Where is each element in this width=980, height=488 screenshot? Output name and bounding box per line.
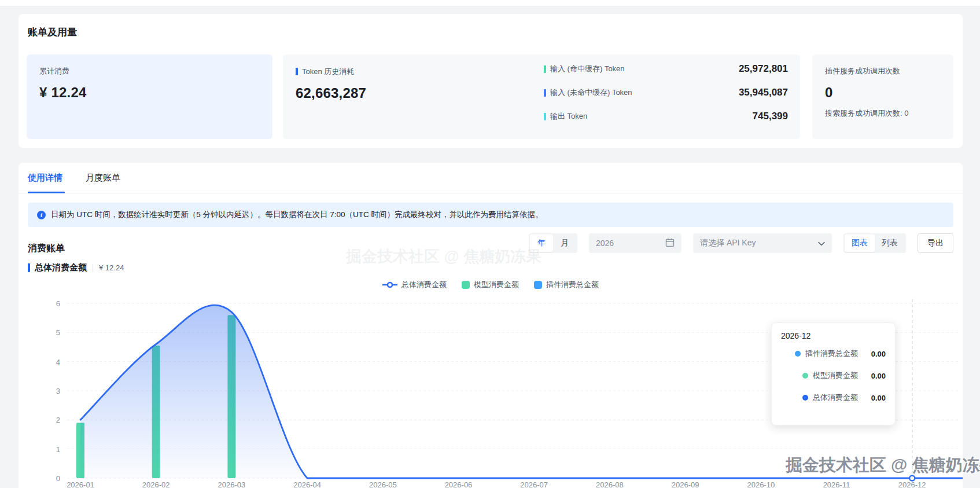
utc-notice-banner: i 日期为 UTC 时间，数据统计准实时更新（5 分钟以内延迟）。每日数据将在次…: [28, 203, 953, 227]
svg-text:2026-04: 2026-04: [293, 480, 321, 488]
legend-item-model[interactable]: 模型消费金额: [462, 280, 519, 290]
tooltip-row-model: 模型消费金额 0.00: [781, 365, 886, 387]
tab-monthly-bill[interactable]: 月度账单: [86, 173, 120, 184]
tab-usage-detail[interactable]: 使用详情: [28, 173, 62, 184]
plugin-calls-value: 0: [825, 85, 941, 101]
svg-text:2026-09: 2026-09: [672, 480, 699, 488]
token-history-barmark-icon: [296, 68, 298, 75]
legend-label-total: 总体消费金额: [401, 280, 447, 290]
api-key-placeholder: 请选择 API Key: [700, 238, 756, 248]
output-token-barmark-icon: [544, 113, 546, 120]
tooltip-model-label: 模型消费金额: [813, 370, 858, 381]
rect-marker-icon: [462, 281, 470, 289]
line-marker-icon: [382, 281, 397, 289]
svg-text:1: 1: [56, 445, 60, 454]
tooltip-title: 2026-12: [781, 331, 886, 340]
svg-text:0: 0: [56, 474, 60, 483]
active-tab-underline: [28, 192, 65, 193]
calendar-icon: [665, 238, 675, 249]
tooltip-row-plugin: 插件消费总金额 0.00: [781, 343, 886, 365]
subheader-divider: [93, 264, 93, 272]
svg-text:5: 5: [56, 328, 60, 337]
plugin-calls-label: 插件服务成功调用次数: [825, 66, 941, 76]
top-navigation-bar: [0, 0, 980, 6]
token-row-input-cached: 输入 (命中缓存) Token 25,972,801: [544, 61, 788, 76]
svg-text:2026-05: 2026-05: [369, 480, 397, 488]
subheader-value: ¥ 12.24: [99, 263, 124, 272]
total-dot-icon: [802, 395, 808, 401]
input-uncached-value: 35,945,087: [739, 87, 788, 98]
cumulative-spend-card: 累计消费 ¥ 12.24: [27, 54, 272, 139]
model-dot-icon: [802, 373, 808, 379]
chart-tooltip: 2026-12 插件消费总金额 0.00 模型消费金额 0.00 总体消费金额 …: [771, 322, 896, 425]
token-history-label: Token 历史消耗: [302, 67, 354, 76]
token-row-input-uncached: 输入 (未命中缓存) Token 35,945,087: [544, 85, 788, 100]
info-icon: i: [37, 211, 46, 219]
chart-filters: 年 月 2026 请选择 API Key 图表 列表 导出: [529, 233, 953, 253]
subheader-barmark-icon: [28, 263, 30, 272]
tooltip-plugin-label: 插件消费总金额: [805, 348, 858, 359]
svg-text:2026-10: 2026-10: [747, 480, 775, 488]
svg-text:2026-12: 2026-12: [898, 480, 926, 488]
view-list-button[interactable]: 列表: [875, 234, 905, 252]
tooltip-total-value: 0.00: [863, 394, 886, 402]
api-key-select[interactable]: 请选择 API Key: [693, 233, 832, 253]
tooltip-model-value: 0.00: [863, 372, 886, 380]
page-title: 账单及用量: [28, 25, 77, 39]
notice-text: 日期为 UTC 时间，数据统计准实时更新（5 分钟以内延迟）。每日数据将在次日 …: [51, 210, 543, 220]
svg-text:2026-07: 2026-07: [520, 480, 548, 488]
plugin-calls-card: 插件服务成功调用次数 0 搜索服务成功调用次数: 0: [812, 54, 953, 139]
output-token-label: 输出 Token: [550, 111, 587, 122]
output-token-value: 745,399: [753, 111, 788, 122]
legend-item-plugin[interactable]: 插件消费总金额: [534, 280, 599, 290]
usage-detail-panel: 使用详情 月度账单 i 日期为 UTC 时间，数据统计准实时更新（5 分钟以内延…: [19, 163, 963, 488]
search-calls-label: 搜索服务成功调用次数: 0: [825, 108, 941, 119]
year-picker-input[interactable]: 2026: [589, 233, 681, 253]
subheader-label: 总体消费金额: [35, 262, 87, 273]
export-button[interactable]: 导出: [918, 233, 953, 253]
billing-overview-panel: 账单及用量 累计消费 ¥ 12.24 Token 历史消耗 62,663,287…: [19, 14, 963, 148]
svg-text:2026-01: 2026-01: [67, 480, 94, 488]
token-row-output: 输出 Token 745,399: [544, 109, 788, 124]
svg-text:4: 4: [56, 358, 60, 366]
view-toggle: 图表 列表: [843, 233, 906, 253]
rect-marker-icon: [534, 281, 542, 289]
tab-bar: 使用详情 月度账单: [19, 163, 963, 193]
cumulative-spend-value: ¥ 12.24: [39, 85, 260, 101]
watermark-ghost: 掘金技术社区 @ 焦糖奶冻果: [346, 246, 541, 267]
consumption-bill-title: 消费账单: [28, 243, 65, 255]
input-cached-value: 25,972,801: [739, 63, 788, 75]
token-usage-card: Token 历史消耗 62,663,287 输入 (命中缓存) Token 25…: [283, 54, 800, 139]
svg-text:2026-02: 2026-02: [142, 480, 170, 488]
chart-legend: 总体消费金额 模型消费金额 插件消费总金额: [19, 280, 963, 290]
svg-text:2026-06: 2026-06: [445, 480, 473, 488]
legend-label-model: 模型消费金额: [474, 280, 519, 290]
view-chart-button[interactable]: 图表: [845, 234, 875, 252]
tooltip-plugin-value: 0.00: [863, 350, 886, 358]
chevron-down-icon: [818, 239, 825, 248]
svg-text:2026-03: 2026-03: [218, 480, 246, 488]
input-uncached-label: 输入 (未命中缓存) Token: [550, 87, 632, 98]
granularity-month-button[interactable]: 月: [553, 234, 576, 252]
watermark: 掘金技术社区 @ 焦糖奶冻果: [786, 454, 980, 477]
tooltip-total-label: 总体消费金额: [813, 392, 858, 403]
year-picker-value: 2026: [596, 239, 614, 248]
input-cached-label: 输入 (命中缓存) Token: [550, 64, 625, 74]
svg-text:2026-11: 2026-11: [823, 480, 850, 488]
input-cached-barmark-icon: [544, 65, 546, 73]
legend-label-plugin: 插件消费总金额: [546, 280, 599, 290]
svg-text:3: 3: [56, 387, 60, 395]
input-uncached-barmark-icon: [544, 89, 546, 97]
svg-text:2: 2: [56, 416, 60, 424]
svg-text:2026-08: 2026-08: [596, 480, 624, 488]
chart-subheader: 总体消费金额 ¥ 12.24: [28, 262, 124, 273]
plugin-dot-icon: [795, 351, 801, 357]
legend-item-total[interactable]: 总体消费金额: [382, 280, 447, 290]
tooltip-row-total: 总体消费金额 0.00: [781, 387, 886, 409]
svg-text:6: 6: [56, 299, 60, 308]
token-breakdown-rows: 输入 (命中缓存) Token 25,972,801 输入 (未命中缓存) To…: [544, 61, 788, 133]
cumulative-spend-label: 累计消费: [39, 66, 260, 76]
